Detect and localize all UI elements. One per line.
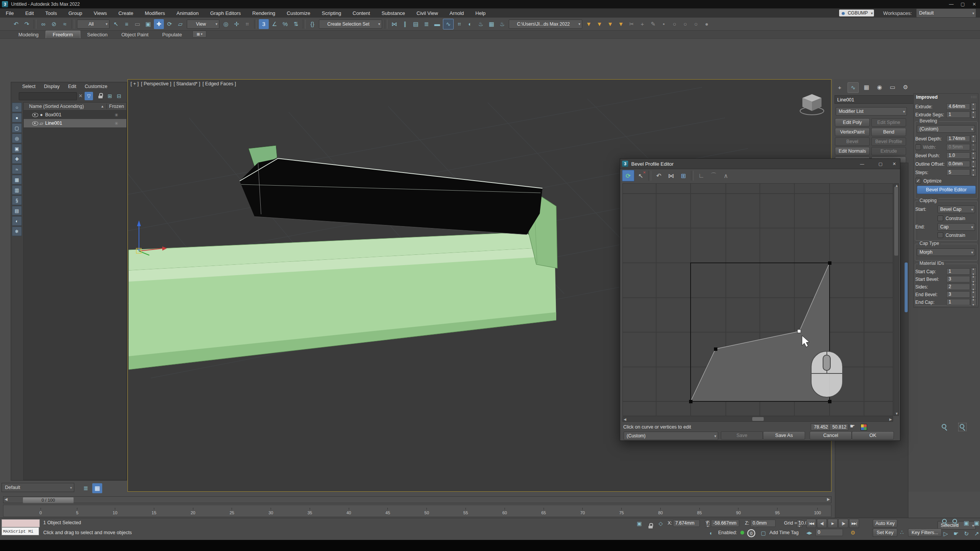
material-id-field[interactable]: 2 <box>946 284 970 290</box>
set-key-button[interactable]: Set Key <box>873 528 897 537</box>
display-frozen-icon[interactable]: ❄ <box>12 227 22 236</box>
material-id-field[interactable]: 1 <box>946 299 970 305</box>
workspace-dropdown[interactable]: Default <box>916 8 976 18</box>
outline-offset-field[interactable]: 0.0mm <box>946 161 970 167</box>
display-containers-icon[interactable]: ▤ <box>12 206 22 215</box>
spinner[interactable] <box>971 298 977 306</box>
mirror-icon[interactable]: ⋈ <box>389 19 399 29</box>
project-folder-dropdown[interactable]: C:\Users\JI...ds Max 2022 <box>509 20 582 29</box>
collapse-tree-icon[interactable]: ⊟ <box>115 92 123 100</box>
save-as-button[interactable]: Save As <box>763 431 805 440</box>
zoom-region-icon[interactable] <box>958 423 967 431</box>
menubar-item[interactable]: Scripting <box>316 10 347 16</box>
cube-outline-icon[interactable]: ▢ <box>760 529 767 537</box>
align-icon[interactable]: ∥ <box>400 19 410 29</box>
rendered-frame-window-icon[interactable]: ▦ <box>487 19 497 29</box>
auto-key-button[interactable]: Auto Key <box>873 519 897 528</box>
constrain-checkbox[interactable] <box>938 232 943 238</box>
spinner[interactable] <box>971 290 977 298</box>
render-production-icon[interactable]: ♨ <box>497 19 507 29</box>
modifier-button[interactable]: Bend <box>871 128 906 136</box>
frozen-state-icon[interactable]: ✳ <box>106 112 126 118</box>
play-button[interactable]: ▶ <box>828 519 838 528</box>
maximize-window-button[interactable]: ▢ <box>957 0 969 8</box>
spinner[interactable] <box>971 103 977 111</box>
pie-toggle-icon[interactable]: ◐ <box>707 529 715 537</box>
save-button[interactable]: Save <box>721 431 763 440</box>
tab-utilities-wrench-icon[interactable]: ⚙ <box>900 82 911 92</box>
frame-step-icon[interactable]: ◀▶ <box>805 529 813 536</box>
sort-ascending-icon[interactable]: ▲ <box>101 104 104 108</box>
circle-icon[interactable]: ○ <box>680 19 690 29</box>
user-account-dropdown[interactable]: ☻ CGBUMP <box>839 10 874 16</box>
redo-icon[interactable]: ↷ <box>22 19 32 29</box>
spinner[interactable] <box>971 168 977 176</box>
start-cap-dropdown[interactable]: Bevel Cap <box>938 205 975 213</box>
ok-button[interactable]: OK <box>852 431 894 440</box>
bevel-push-field[interactable]: 1.0 <box>946 152 970 159</box>
display-helpers-icon[interactable]: ✚ <box>12 154 22 164</box>
modifier-list-dropdown[interactable]: Modifier List <box>836 107 907 116</box>
frozen-column-header[interactable]: Frozen <box>106 104 126 109</box>
bezier-corner-vertex-icon[interactable]: ∧ <box>720 170 732 181</box>
tab-display-icon[interactable]: ▭ <box>887 82 898 92</box>
zoom-icon[interactable] <box>941 423 948 431</box>
visibility-eye-icon[interactable] <box>32 121 38 126</box>
x-coordinate-field[interactable]: 7.674mm <box>673 520 700 527</box>
viewport-label-segment[interactable]: [ Edged Faces ] <box>203 81 236 86</box>
selected-vertex[interactable] <box>797 329 801 333</box>
delete-vertex-icon[interactable]: ↖ <box>635 170 647 181</box>
next-frame-arrow-icon[interactable]: ▶ <box>827 497 830 501</box>
profile-preset-dropdown[interactable]: (Custom) <box>624 432 718 440</box>
track-bar[interactable]: 0510152025303540455055606570758085909510… <box>3 505 831 517</box>
key-filters-button[interactable]: Key Filters... <box>908 528 942 537</box>
reference-coordinate-dropdown[interactable]: View <box>187 20 219 29</box>
spinner[interactable] <box>971 283 977 291</box>
extrude-field[interactable]: 4.64mm <box>946 103 970 110</box>
notification-badge[interactable]: 0 <box>747 529 755 537</box>
profile-curve-canvas[interactable] <box>622 183 893 416</box>
time-slider[interactable]: ◀ 0 / 100 ▶ <box>3 496 831 503</box>
scene-explorer-menu-item[interactable]: Display <box>40 84 64 89</box>
spinner[interactable] <box>971 135 977 143</box>
horizontal-scrollbar[interactable]: ◀ ▶ <box>622 416 893 422</box>
material-id-field[interactable]: 1 <box>946 268 970 275</box>
add-time-tag-text[interactable]: Add Time Tag <box>769 530 799 535</box>
spinner[interactable] <box>971 275 977 283</box>
window-crossing-icon[interactable]: ▣ <box>143 19 153 29</box>
dot-icon[interactable]: • <box>659 19 669 29</box>
modifier-button[interactable]: Bevel <box>835 137 870 146</box>
bevel-preset-dropdown[interactable]: (Custom) <box>917 125 975 133</box>
pan-hand-icon[interactable]: ☛ <box>850 423 855 430</box>
table-row[interactable]: ▱ Line001 ✳ <box>24 119 126 127</box>
folder-new-icon[interactable]: ▼ <box>595 19 604 29</box>
menubar-item[interactable]: Substance <box>376 10 411 16</box>
modifier-button[interactable]: Edit Spline <box>871 118 906 127</box>
scene-explorer-menu-item[interactable]: Edit <box>64 84 81 89</box>
menubar-item[interactable]: Edit <box>20 10 39 16</box>
menubar-item[interactable]: Tools <box>39 10 62 16</box>
mirror-profile-icon[interactable]: ⋈ <box>665 170 677 181</box>
select-object-icon[interactable]: ↖ <box>111 19 121 29</box>
modifier-button[interactable]: Bevel Profile <box>871 137 906 146</box>
minimize-window-button[interactable]: — <box>946 0 957 8</box>
display-materials-icon[interactable]: ◐ <box>12 216 22 226</box>
drag-grip-icon[interactable]: ∷∷ <box>971 95 977 99</box>
cancel-button[interactable]: Cancel <box>810 431 852 440</box>
zoom-extents-icon[interactable]: ▣ <box>962 518 971 528</box>
tab-motion-icon[interactable]: ◉ <box>874 82 885 92</box>
toggle-layer-icon[interactable]: ▦ <box>92 483 102 493</box>
modifier-button[interactable]: Edit Normals <box>835 147 870 155</box>
display-bones-icon[interactable]: § <box>12 196 22 205</box>
go-to-start-button[interactable]: |◀◀ <box>806 519 816 528</box>
menubar-item[interactable]: Create <box>113 10 139 16</box>
undo-icon[interactable]: ↶ <box>653 170 665 181</box>
unlink-selection-icon[interactable]: ⊘ <box>49 19 59 29</box>
filter-funnel-icon[interactable]: ▽ <box>85 92 93 100</box>
bezier-smooth-vertex-icon[interactable]: ⌒ <box>708 170 719 181</box>
menubar-item[interactable]: Graph Editors <box>204 10 247 16</box>
spinner[interactable] <box>971 267 977 276</box>
go-to-end-button[interactable]: ▶▶| <box>849 519 859 528</box>
rectangular-selection-region-icon[interactable]: ▭ <box>132 19 142 29</box>
edit-named-selection-sets-icon[interactable]: {} <box>307 19 317 29</box>
